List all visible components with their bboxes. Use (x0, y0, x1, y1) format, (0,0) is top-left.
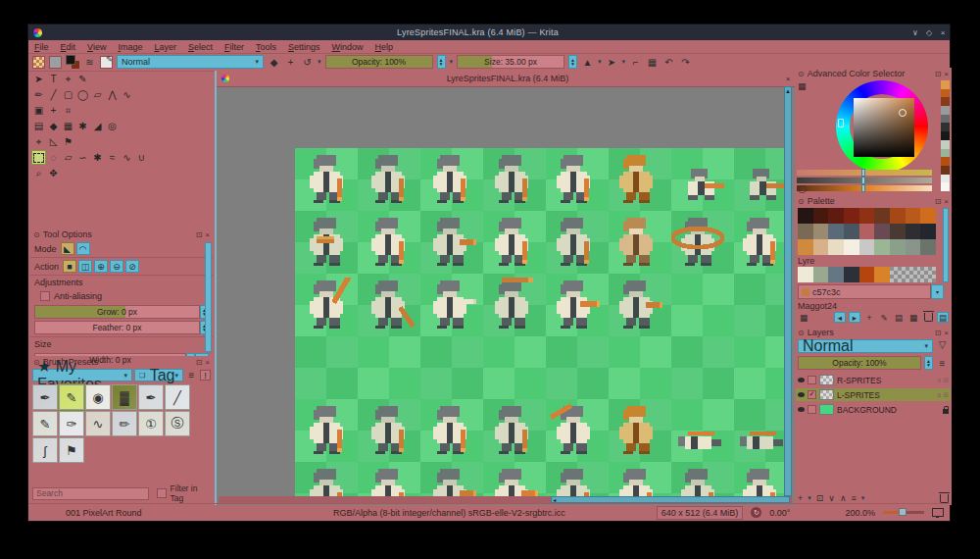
layer-checkbox[interactable] (808, 405, 816, 414)
brush-preset-8[interactable]: ∿ (85, 411, 111, 436)
menu-layer[interactable]: Layer (148, 42, 182, 52)
freehand-brush-tool-icon[interactable]: ✏ (32, 88, 45, 101)
tag-filter-dropdown[interactable]: ★ My Favorites▾ (32, 369, 132, 381)
sprite-sheet-canvas[interactable] (295, 148, 791, 496)
zoom-tool-icon[interactable]: ⌕ (32, 167, 45, 179)
magnetic-select-tool-icon[interactable]: ∪ (135, 151, 148, 164)
history-swatch-3[interactable] (941, 106, 950, 115)
line-tool-icon[interactable]: ╱ (47, 88, 60, 101)
reload-preset-icon[interactable]: ↺ (301, 57, 314, 68)
palette-swatch[interactable] (813, 208, 829, 224)
multibrush-tool-icon[interactable]: ▣ (32, 104, 45, 117)
palette-swatch[interactable] (844, 239, 859, 255)
grid-icon[interactable]: ▦ (646, 57, 659, 68)
palette-swatch[interactable] (874, 239, 890, 255)
close-icon[interactable]: × (944, 197, 949, 206)
pattern-swatch[interactable] (32, 56, 45, 69)
history-swatch-5[interactable] (941, 123, 950, 131)
edit-shapes-tool-icon[interactable]: ⌖ (62, 73, 74, 85)
eraser-mode-icon[interactable]: ◆ (268, 57, 280, 68)
feather-slider[interactable]: Feather: 0 px (34, 321, 200, 334)
palette-swatch[interactable] (906, 267, 921, 282)
opacity-spin[interactable]: ▲▼ (437, 55, 446, 69)
color-history-icon[interactable]: ◯ (798, 184, 807, 193)
palette-swatch[interactable] (906, 208, 921, 224)
brush-preset-6[interactable]: ✎ (32, 411, 58, 436)
hex-dropdown[interactable]: ▾ (931, 284, 944, 299)
document-close-icon[interactable]: × (781, 75, 795, 83)
layer-checkbox[interactable]: ✓ (808, 390, 816, 399)
palette-grid-button[interactable]: ▦ (907, 312, 919, 323)
palette-swatch[interactable] (920, 239, 936, 255)
history-swatch-11[interactable] (941, 175, 950, 183)
saturation-value-square[interactable] (854, 98, 914, 157)
float-icon[interactable]: ⊡ (935, 329, 942, 337)
history-swatch-7[interactable] (941, 140, 950, 149)
brush-preset-1[interactable]: ✎ (59, 384, 84, 410)
opacity-slider[interactable]: Opacity: 100% (325, 55, 433, 69)
menu-view[interactable]: View (81, 42, 112, 52)
palette-swatch[interactable] (828, 267, 844, 282)
alpha-lock-icon[interactable]: ⊞ (943, 377, 949, 384)
menu-window[interactable]: Window (326, 42, 369, 52)
float-icon[interactable]: ⊡ (935, 197, 942, 206)
history-swatch-2[interactable] (941, 97, 950, 106)
palette-swatch[interactable] (890, 239, 906, 255)
palette-swatch[interactable] (844, 224, 859, 239)
snap-icon[interactable]: ⌐ (629, 57, 642, 68)
gradient-swatch[interactable] (49, 56, 62, 69)
save-palette-button[interactable]: ▤ (893, 312, 905, 323)
layer-row-r-sprites[interactable]: R-SPRITESa⊞ (796, 374, 951, 386)
vertical-scrollbar[interactable]: ▲ (784, 86, 792, 496)
palette-swatch[interactable] (906, 224, 921, 239)
palette-swatch[interactable] (859, 239, 875, 255)
text-tool-icon[interactable]: T (47, 73, 60, 85)
palette-swatch[interactable] (813, 239, 829, 255)
menu-image[interactable]: Image (112, 42, 148, 52)
layer-properties-button[interactable]: ≡ (852, 493, 857, 503)
action-button-1[interactable]: ◫ (78, 260, 92, 273)
mirror-icon[interactable]: ▲ (581, 57, 594, 68)
polyline-tool-icon[interactable]: ⋀ (106, 88, 119, 101)
palette-swatch[interactable] (920, 208, 936, 224)
menu-settings[interactable]: Settings (282, 42, 326, 52)
bezier-select-tool-icon[interactable]: ∿ (121, 151, 133, 164)
close-icon[interactable]: × (205, 358, 210, 367)
contiguous-select-tool-icon[interactable]: ✱ (91, 151, 104, 164)
palette-folder-button[interactable]: ▤ (937, 312, 949, 323)
tool-options-scrollbar[interactable] (205, 242, 212, 352)
docker-menu-icon[interactable]: ⊙ (798, 70, 805, 78)
color-sampler-tool-icon[interactable]: ◆ (47, 120, 60, 132)
color-hex-field[interactable]: c57c3c (798, 284, 931, 299)
opacity-caret-icon[interactable]: ▾ (450, 58, 454, 66)
mirror-caret-icon[interactable]: ▾ (598, 58, 602, 66)
palette-swatch[interactable] (920, 224, 936, 239)
palette-swatch[interactable] (890, 224, 906, 239)
float-icon[interactable]: ⊡ (935, 70, 942, 78)
action-button-0[interactable]: ■ (63, 260, 76, 273)
crop-tool-icon[interactable]: ⌗ (62, 104, 74, 117)
brush-preset-13[interactable]: ⚑ (59, 437, 84, 463)
close-button[interactable]: × (936, 28, 950, 37)
alpha-icon[interactable]: a (937, 377, 941, 383)
close-icon[interactable]: × (944, 329, 949, 337)
visibility-icon[interactable] (798, 378, 805, 382)
palette-swatch[interactable] (844, 267, 859, 282)
blend-mode-dropdown[interactable]: Normal▾ (117, 55, 264, 69)
menu-select[interactable]: Select (182, 42, 219, 52)
redo-icon[interactable]: ↷ (679, 57, 692, 68)
menu-edit[interactable]: Edit (55, 42, 82, 52)
wrap-caret-icon[interactable]: ▾ (622, 58, 626, 66)
brush-preset-2[interactable]: ◉ (85, 384, 111, 410)
close-icon[interactable]: × (944, 70, 949, 78)
pattern-tool-icon[interactable]: ▦ (62, 120, 74, 132)
layer-row-l-sprites[interactable]: ✓L-SPRITESa⊞ (796, 388, 951, 401)
preserve-alpha-icon[interactable]: + (284, 57, 297, 68)
docker-menu-icon[interactable]: ⊙ (798, 197, 805, 206)
history-swatch-0[interactable] (941, 80, 950, 89)
layer-thumbnail[interactable] (819, 375, 834, 385)
move-tool-icon[interactable]: + (47, 104, 60, 117)
layer-blend-dropdown[interactable]: Normal▾ (798, 339, 933, 353)
saturation-bar[interactable] (797, 178, 932, 183)
history-swatch-12[interactable] (941, 182, 950, 191)
